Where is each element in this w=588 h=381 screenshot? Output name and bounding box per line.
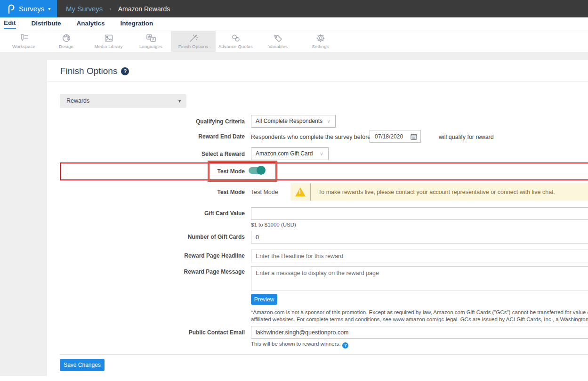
reward-end-date-input[interactable]	[370, 130, 407, 142]
toolbar-item-label: Media Library	[94, 44, 122, 49]
app-menu-label: Surveys	[19, 5, 44, 13]
svg-text:A: A	[152, 37, 154, 41]
qualifying-criteria-label: Qualifying Criteria	[104, 118, 245, 125]
qualifying-criteria-select[interactable]: All Complete Respondents ∨	[251, 115, 336, 128]
chevron-down-icon: ▾	[178, 94, 181, 108]
disclaimer-line-2: affiliated websites. For complete terms …	[251, 316, 588, 323]
public-contact-email-input[interactable]	[251, 326, 588, 339]
reward-page-message-label: Reward Page Message	[104, 268, 245, 275]
gift-card-value-input[interactable]	[251, 207, 588, 220]
tab-edit[interactable]: Edit	[4, 19, 16, 29]
toolbar-item-label: Variables	[268, 44, 288, 49]
toolbar-item-label: Design	[59, 44, 73, 49]
preview-button[interactable]: Preview	[251, 294, 277, 305]
toolbar-item-label: Advance Quotas	[218, 44, 253, 49]
title-divider	[47, 81, 588, 81]
test-mode-status-value: Test Mode	[251, 189, 278, 195]
reward-page-message-textarea[interactable]	[251, 266, 588, 291]
reward-end-date-prefix: Respondents who complete the survey befo…	[251, 134, 371, 140]
languages-icon: A	[146, 34, 156, 42]
toolbar-item-label: Workspace	[12, 44, 35, 49]
test-mode-status-label: Test Mode	[104, 189, 245, 195]
tab-integration[interactable]: Integration	[121, 20, 153, 28]
warning-triangle-icon	[295, 187, 306, 196]
chevron-down-icon: ▾	[48, 6, 50, 11]
toolbar-item-design[interactable]: Design	[44, 31, 89, 52]
reward-end-date-suffix: will qualify for reward	[439, 134, 494, 140]
test-mode-warning-banner: To make rewards live, please contact you…	[290, 183, 588, 201]
test-mode-toggle[interactable]	[249, 167, 265, 174]
finish-options-icon	[189, 34, 198, 42]
gift-card-value-helper: $1 to $1000 (USD)	[251, 222, 296, 227]
toggle-knob	[257, 166, 266, 175]
chevron-down-icon: ∨	[327, 115, 330, 127]
finish-options-page: Surveys ▾ My Surveys › Amazon Rewards Ed…	[0, 0, 588, 381]
breadcrumb-my-surveys[interactable]: My Surveys	[66, 5, 103, 13]
gift-card-value-label: Gift Card Value	[104, 210, 245, 217]
disclaimer-line-1: *Amazon.com is not a sponsor of this pro…	[251, 309, 588, 316]
number-of-gift-cards-label: Number of Gift Cards	[104, 234, 245, 240]
reward-end-date-label: Reward End Date	[104, 133, 245, 140]
public-contact-email-helper: This will be shown to reward winners.?	[251, 341, 348, 349]
toolbar-item-settings[interactable]: Settings	[298, 31, 343, 52]
toolbar-item-advance-quotas[interactable]: Advance Quotas	[213, 31, 258, 52]
toolbar-item-media-library[interactable]: Media Library	[86, 31, 131, 52]
toolbar-item-workspace[interactable]: Workspace	[1, 31, 46, 52]
page-help-icon[interactable]: ?	[121, 67, 129, 75]
edit-toolbar: Workspace Design Media Library A Languag…	[0, 31, 588, 52]
surveys-app-menu[interactable]: Surveys ▾	[0, 0, 57, 17]
bottom-divider	[60, 354, 588, 355]
toolbar-item-variables[interactable]: Variables	[256, 31, 300, 52]
amazon-disclaimer: *Amazon.com is not a sponsor of this pro…	[251, 309, 588, 323]
public-contact-email-label: Public Contact Email	[104, 329, 245, 336]
breadcrumb-separator: ›	[109, 5, 111, 12]
save-changes-button[interactable]: Save Changes	[60, 359, 105, 371]
reward-end-date-field	[370, 130, 421, 143]
qualifying-criteria-value: All Complete Respondents	[256, 118, 322, 124]
rewards-section-dropdown[interactable]: Rewards ▾	[60, 94, 186, 108]
advance-quotas-icon	[231, 34, 241, 42]
toolbar-item-finish-options[interactable]: Finish Options	[171, 31, 216, 52]
chevron-down-icon: ∨	[320, 148, 323, 160]
workspace-icon	[19, 34, 29, 42]
breadcrumb: My Surveys › Amazon Rewards	[66, 0, 170, 17]
toolbar-item-languages[interactable]: A Languages	[129, 31, 173, 52]
toolbar-item-label: Finish Options	[178, 44, 209, 49]
media-library-icon	[104, 34, 113, 42]
reward-page-headline-input[interactable]	[251, 250, 588, 262]
number-of-gift-cards-input[interactable]	[251, 231, 588, 243]
warning-text: To make rewards live, please contact you…	[311, 189, 555, 195]
toolbar-item-label: Languages	[139, 44, 162, 49]
questionpro-logo-icon	[7, 4, 15, 14]
select-reward-label: Select a Reward	[104, 151, 245, 157]
settings-icon	[316, 34, 325, 42]
top-bar: Surveys ▾ My Surveys › Amazon Rewards	[0, 0, 588, 17]
tab-analytics[interactable]: Analytics	[77, 20, 105, 28]
select-reward-select[interactable]: Amazon.com Gift Card ∨	[251, 147, 329, 160]
toolbar-item-label: Settings	[312, 44, 329, 49]
variables-icon	[274, 34, 283, 42]
rewards-section-dropdown-value: Rewards	[66, 97, 89, 104]
reward-page-headline-label: Reward Page Headline	[104, 252, 245, 259]
main-nav-tabs: Edit Distribute Analytics Integration	[0, 17, 588, 31]
calendar-icon[interactable]	[411, 133, 417, 140]
page-title: Finish Options?	[60, 66, 129, 76]
breadcrumb-current-survey: Amazon Rewards	[118, 5, 170, 13]
tab-distribute[interactable]: Distribute	[32, 20, 61, 28]
email-help-icon[interactable]: ?	[342, 342, 348, 349]
select-reward-value: Amazon.com Gift Card	[256, 150, 313, 157]
warning-icon-cell	[290, 183, 311, 201]
design-icon	[62, 34, 71, 42]
test-mode-toggle-label: Test Mode	[104, 168, 245, 175]
